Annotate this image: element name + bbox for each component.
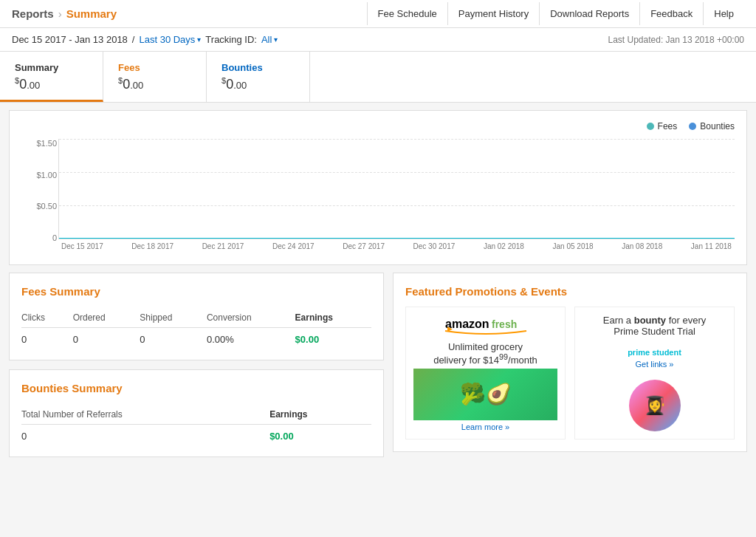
x-label-2: Dec 21 2017 bbox=[202, 242, 244, 250]
legend-fees: Fees bbox=[647, 121, 678, 131]
nav-links: Fee Schedule Payment History Download Re… bbox=[367, 2, 744, 25]
promo1-learn-more[interactable]: Learn more » bbox=[461, 423, 509, 431]
promo-amazonfresh[interactable]: amazon ▶ fresh Unlimited grocerydelivery… bbox=[405, 307, 566, 439]
col-clicks: Clicks bbox=[21, 308, 73, 328]
nav-payment-history[interactable]: Payment History bbox=[447, 2, 539, 25]
breadcrumb-summary: Summary bbox=[66, 7, 117, 20]
date-range-section: Dec 15 2017 - Jan 13 2018 / Last 30 Days… bbox=[12, 34, 278, 45]
tracking-caret: ▾ bbox=[274, 35, 278, 44]
promo2-get-links[interactable]: Get links » bbox=[636, 360, 674, 369]
bounties-card[interactable]: Bounties $0.00 bbox=[207, 52, 310, 102]
bounties-data-row: 0 $0.00 bbox=[21, 425, 371, 445]
fees-clicks: 0 bbox=[21, 328, 73, 349]
legend-bounties-label: Bounties bbox=[700, 121, 735, 131]
featured-title: Featured Promotions & Events bbox=[405, 285, 735, 298]
x-axis: Dec 15 2017 Dec 18 2017 Dec 21 2017 Dec … bbox=[58, 242, 735, 250]
left-panel: Fees Summary Clicks Ordered Shipped Conv… bbox=[9, 273, 384, 457]
fees-card-value: $0.00 bbox=[118, 76, 191, 92]
x-label-1: Dec 18 2017 bbox=[131, 242, 173, 250]
date-range-text: Dec 15 2017 - Jan 13 2018 bbox=[12, 34, 128, 45]
top-nav: Reports › Summary Fee Schedule Payment H… bbox=[0, 0, 756, 28]
promo-cards: amazon ▶ fresh Unlimited grocerydelivery… bbox=[405, 307, 735, 439]
date-sep: / bbox=[132, 34, 135, 45]
col-ordered: Ordered bbox=[73, 308, 140, 328]
h-line-050 bbox=[59, 205, 735, 206]
svg-text:▶: ▶ bbox=[447, 325, 453, 332]
fees-conversion: 0.00% bbox=[207, 328, 295, 349]
zero-line bbox=[59, 238, 735, 239]
featured-promotions-card: Featured Promotions & Events amazon ▶ fr… bbox=[393, 273, 747, 452]
breadcrumb-reports[interactable]: Reports bbox=[12, 7, 54, 20]
x-label-4: Dec 27 2017 bbox=[343, 242, 385, 250]
chart-container: $1.50 $1.00 $0.50 0 Dec 15 2017 Dec 18 2… bbox=[58, 139, 735, 257]
breadcrumb: Reports › Summary bbox=[12, 7, 367, 20]
bounties-cents: .00 bbox=[233, 80, 247, 91]
promo2-logo-area: prime student Get links » bbox=[628, 348, 681, 369]
y-axis: $1.50 $1.00 $0.50 0 bbox=[21, 139, 57, 242]
h-line-150 bbox=[59, 139, 735, 140]
fees-summary-title: Fees Summary bbox=[21, 285, 371, 298]
bounties-referrals: 0 bbox=[21, 425, 269, 445]
chart-lines bbox=[58, 139, 735, 239]
summary-cards: Summary $0.00 Fees $0.00 Bounties $0.00 bbox=[0, 52, 756, 103]
promo-prime-student[interactable]: Earn a bounty for everyPrime Student Tri… bbox=[574, 307, 735, 439]
x-label-6: Jan 02 2018 bbox=[484, 242, 524, 250]
bounties-summary-title: Bounties Summary bbox=[21, 382, 371, 394]
bounties-dot bbox=[689, 123, 696, 130]
chart-legend: Fees Bounties bbox=[21, 121, 735, 131]
fees-cents: .00 bbox=[130, 80, 143, 91]
chart-section: Fees Bounties $1.50 $1.00 $0.50 0 Dec 15… bbox=[9, 110, 747, 265]
nav-help[interactable]: Help bbox=[703, 2, 744, 25]
tracking-id-selector[interactable]: All ▾ bbox=[261, 34, 278, 45]
x-label-9: Jan 11 2018 bbox=[691, 242, 732, 250]
promo2-photo: 👩‍🎓 bbox=[629, 380, 681, 431]
right-panel: Featured Promotions & Events amazon ▶ fr… bbox=[393, 273, 747, 457]
last-updated: Last Updated: Jan 13 2018 +00:00 bbox=[608, 35, 744, 45]
svg-text:fresh: fresh bbox=[492, 318, 517, 330]
fees-ordered: 0 bbox=[73, 328, 140, 349]
summary-card-value: $0.00 bbox=[15, 76, 88, 92]
col-bounties-earnings: Earnings bbox=[269, 405, 371, 425]
veggie-icon: 🥦🥑 bbox=[460, 382, 512, 406]
nav-feedback[interactable]: Feedback bbox=[639, 2, 703, 25]
bounties-earnings: $0.00 bbox=[269, 425, 371, 445]
x-label-5: Dec 30 2017 bbox=[413, 242, 456, 250]
sub-header: Dec 15 2017 - Jan 13 2018 / Last 30 Days… bbox=[0, 28, 756, 52]
bounties-whole: 0 bbox=[226, 77, 233, 92]
prime-student-logo: prime student bbox=[628, 348, 681, 357]
fees-card[interactable]: Fees $0.00 bbox=[103, 52, 207, 102]
amazonfresh-logo: amazon ▶ fresh bbox=[441, 315, 530, 339]
last-days-selector[interactable]: Last 30 Days ▾ bbox=[139, 34, 201, 45]
x-label-7: Jan 05 2018 bbox=[553, 242, 594, 250]
bounties-card-value: $0.00 bbox=[221, 76, 295, 92]
fees-data-row: 0 0 0 0.00% $0.00 bbox=[21, 328, 371, 349]
x-label-8: Jan 08 2018 bbox=[622, 242, 662, 250]
y-label-150: $1.50 bbox=[36, 139, 57, 148]
summary-card-label: Summary bbox=[15, 62, 88, 73]
fees-whole: 0 bbox=[123, 77, 130, 92]
legend-bounties: Bounties bbox=[689, 121, 735, 131]
tracking-value: All bbox=[261, 34, 272, 45]
h-line-100 bbox=[59, 172, 735, 173]
fees-dot bbox=[647, 123, 654, 130]
promo2-text: Earn a bounty for everyPrime Student Tri… bbox=[603, 315, 706, 337]
tracking-label: Tracking ID: bbox=[205, 34, 257, 45]
fees-summary-card: Fees Summary Clicks Ordered Shipped Conv… bbox=[9, 273, 384, 360]
y-label-0: 0 bbox=[52, 233, 57, 242]
summary-cents: .00 bbox=[27, 80, 40, 91]
bounties-summary-card: Bounties Summary Total Number of Referra… bbox=[9, 369, 384, 457]
nav-download-reports[interactable]: Download Reports bbox=[539, 2, 639, 25]
fees-card-label: Fees bbox=[118, 62, 191, 73]
col-earnings: Earnings bbox=[295, 308, 371, 328]
nav-fee-schedule[interactable]: Fee Schedule bbox=[367, 2, 447, 25]
fees-earnings: $0.00 bbox=[295, 328, 371, 349]
y-label-100: $1.00 bbox=[36, 171, 57, 179]
bounties-card-label: Bounties bbox=[221, 62, 295, 73]
promo1-image: 🥦🥑 bbox=[413, 369, 557, 420]
last-days-caret: ▾ bbox=[197, 35, 201, 44]
bounties-table: Total Number of Referrals Earnings 0 $0.… bbox=[21, 405, 371, 445]
col-referrals: Total Number of Referrals bbox=[21, 405, 269, 425]
summary-card[interactable]: Summary $0.00 bbox=[0, 52, 103, 102]
breadcrumb-separator: › bbox=[58, 7, 62, 20]
y-label-050: $0.50 bbox=[36, 202, 57, 211]
